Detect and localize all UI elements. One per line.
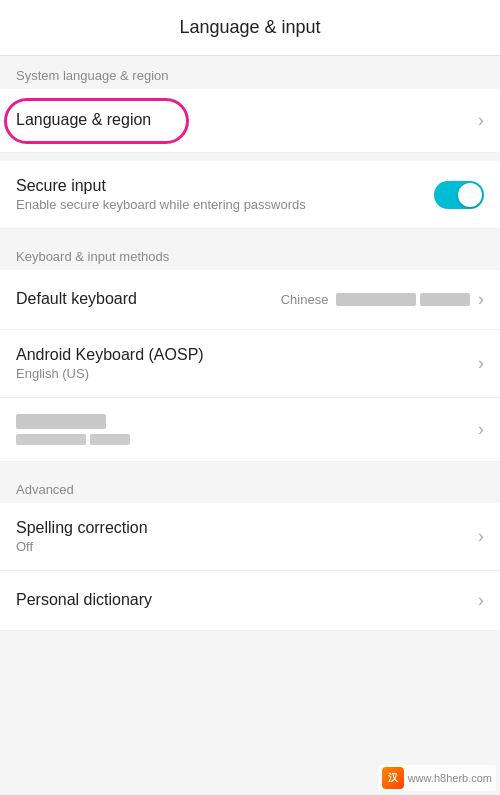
language-region-title: Language & region [16,111,470,129]
spelling-correction-item[interactable]: Spelling correction Off › [0,503,500,571]
secure-input-toggle-container[interactable] [434,181,484,209]
default-keyboard-value: Chinese [281,292,470,307]
blurred-value-1 [336,293,416,306]
language-region-item[interactable]: Language & region › [0,89,500,153]
blurred-subtitle-2 [90,434,130,445]
section-divider-1 [0,153,500,161]
section-label-system: System language & region [0,56,500,89]
section-divider-3 [0,462,500,470]
blurred-subtitle-row [16,434,470,445]
android-keyboard-title: Android Keyboard (AOSP) [16,346,470,364]
watermark-icon: 汉 [382,767,404,789]
secure-input-text: Secure input Enable secure keyboard whil… [16,177,434,212]
section-label-advanced: Advanced [0,470,500,503]
secure-input-item[interactable]: Secure input Enable secure keyboard whil… [0,161,500,229]
default-keyboard-item[interactable]: Default keyboard Chinese › [0,270,500,330]
secure-input-title: Secure input [16,177,434,195]
spelling-correction-subtitle: Off [16,539,470,554]
chevron-icon: › [478,110,484,131]
personal-dictionary-text: Personal dictionary [16,591,470,611]
secure-input-subtitle: Enable secure keyboard while entering pa… [16,197,434,212]
chevron-icon-android: › [478,353,484,374]
blurred-keyboard-item[interactable]: › [0,398,500,462]
page-title: Language & input [179,17,320,38]
chevron-icon-spelling: › [478,526,484,547]
watermark-text: www.h8herb.com [408,772,492,784]
blurred-keyboard-text [16,414,470,445]
blurred-value-2 [420,293,470,306]
blurred-title-row [16,414,470,429]
section-label-keyboard: Keyboard & input methods [0,237,500,270]
chevron-icon-dictionary: › [478,590,484,611]
spelling-correction-title: Spelling correction [16,519,470,537]
app-header: Language & input [0,0,500,56]
blurred-title-1 [16,414,106,429]
android-keyboard-subtitle: English (US) [16,366,470,381]
secure-input-toggle[interactable] [434,181,484,209]
android-keyboard-item[interactable]: Android Keyboard (AOSP) English (US) › [0,330,500,398]
spelling-correction-text: Spelling correction Off [16,519,470,554]
personal-dictionary-title: Personal dictionary [16,591,470,609]
watermark: 汉 www.h8herb.com [378,765,496,791]
blurred-subtitle-1 [16,434,86,445]
android-keyboard-text: Android Keyboard (AOSP) English (US) [16,346,470,381]
personal-dictionary-item[interactable]: Personal dictionary › [0,571,500,631]
default-keyboard-title: Default keyboard [16,290,281,308]
section-divider-2 [0,229,500,237]
chevron-icon-blurred: › [478,419,484,440]
language-region-text: Language & region [16,111,470,131]
chevron-icon-keyboard: › [478,289,484,310]
default-keyboard-text: Default keyboard [16,290,281,310]
watermark-logo: 汉 www.h8herb.com [382,767,492,789]
